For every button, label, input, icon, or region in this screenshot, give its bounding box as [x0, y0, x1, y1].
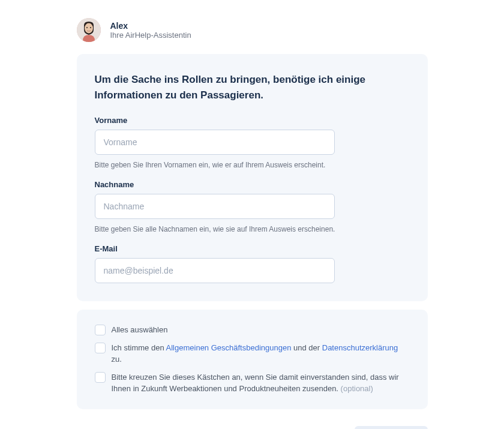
assistant-role: Ihre AirHelp-Assistentin — [110, 31, 191, 40]
svg-point-3 — [90, 27, 91, 28]
terms-checkbox[interactable] — [95, 343, 106, 353]
select-all-checkbox[interactable] — [95, 325, 106, 335]
last-name-hint: Bitte geben Sie alle Nachnamen ein, wie … — [95, 225, 410, 233]
last-name-input[interactable] — [95, 194, 335, 219]
marketing-checkbox[interactable] — [95, 372, 106, 383]
terms-label: Ich stimme den Allgemeinen Geschäftsbedi… — [112, 342, 410, 365]
back-button[interactable]: Zurück — [269, 426, 345, 430]
svg-point-2 — [86, 27, 88, 28]
first-name-label: Vorname — [95, 116, 410, 125]
svg-point-1 — [85, 23, 93, 34]
next-button[interactable]: Weiter — [355, 426, 428, 430]
email-label: E-Mail — [95, 244, 410, 253]
avatar — [77, 18, 101, 42]
optional-label: (optional) — [341, 384, 373, 393]
header: Alex Ihre AirHelp-Assistentin — [77, 18, 428, 42]
privacy-link[interactable]: Datenschutzerklärung — [322, 343, 398, 352]
avatar-image-icon — [77, 18, 101, 42]
assistant-name: Alex — [110, 21, 191, 31]
consent-card: Alles auswählen Ich stimme den Allgemein… — [77, 310, 428, 409]
email-input[interactable] — [95, 258, 335, 283]
last-name-label: Nachname — [95, 180, 410, 189]
first-name-hint: Bitte geben Sie Ihren Vornamen ein, wie … — [95, 161, 410, 169]
form-title: Um die Sache ins Rollen zu bringen, benö… — [95, 72, 410, 103]
select-all-label: Alles auswählen — [112, 324, 168, 336]
terms-link[interactable]: Allgemeinen Geschäftsbedingungen — [166, 343, 292, 352]
button-row: Zurück Weiter — [77, 426, 428, 430]
form-card: Um die Sache ins Rollen zu bringen, benö… — [77, 54, 428, 301]
marketing-label: Bitte kreuzen Sie dieses Kästchen an, we… — [112, 371, 410, 395]
first-name-input[interactable] — [95, 130, 335, 155]
